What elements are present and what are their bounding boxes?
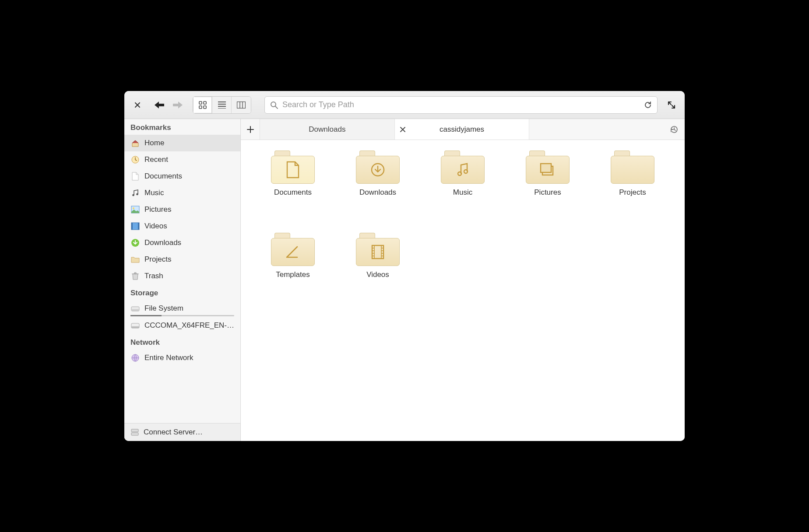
tab-label: cassidyjames bbox=[440, 125, 484, 134]
tab-bar: Downloads cassidyjames bbox=[241, 119, 685, 140]
search-icon bbox=[270, 101, 278, 109]
home-icon bbox=[130, 138, 140, 148]
storage-usage-bar bbox=[130, 315, 234, 316]
sidebar-item-videos[interactable]: Videos bbox=[124, 218, 240, 234]
view-mode-toggle bbox=[193, 96, 251, 114]
svg-rect-20 bbox=[131, 429, 138, 432]
sidebar-item-label: Home bbox=[144, 139, 164, 147]
drive-icon bbox=[130, 304, 140, 313]
folder-projects[interactable]: Projects bbox=[591, 150, 674, 225]
sidebar: Bookmarks Home Recent Documents bbox=[124, 119, 241, 441]
folder-label: Downloads bbox=[359, 188, 396, 197]
svg-rect-1 bbox=[204, 102, 206, 104]
folder-pictures[interactable]: Pictures bbox=[506, 150, 589, 225]
folder-label: Documents bbox=[274, 188, 312, 197]
sidebar-item-label: Music bbox=[144, 189, 164, 197]
folder-icon bbox=[441, 150, 485, 184]
sidebar-item-downloads[interactable]: Downloads bbox=[124, 234, 240, 251]
folder-icon bbox=[611, 150, 654, 184]
sidebar-item-external-drive[interactable]: CCCOMA_X64FRE_EN-… bbox=[124, 317, 240, 334]
svg-rect-21 bbox=[131, 433, 138, 435]
sidebar-item-label: CCCOMA_X64FRE_EN-… bbox=[144, 321, 234, 330]
sidebar-item-documents[interactable]: Documents bbox=[124, 168, 240, 185]
file-manager-window: Bookmarks Home Recent Documents bbox=[124, 91, 685, 441]
folder-downloads[interactable]: Downloads bbox=[336, 150, 419, 225]
folder-documents[interactable]: Documents bbox=[251, 150, 334, 225]
back-button[interactable] bbox=[151, 97, 167, 113]
sidebar-footer-label: Connect Server… bbox=[144, 428, 203, 437]
svg-rect-26 bbox=[541, 164, 551, 172]
forward-button[interactable] bbox=[170, 97, 186, 113]
folder-videos[interactable]: Videos bbox=[336, 233, 419, 307]
search-bar[interactable] bbox=[264, 96, 658, 114]
sidebar-item-label: File System bbox=[144, 304, 183, 313]
sidebar-item-label: Recent bbox=[144, 155, 168, 164]
tab-label: Downloads bbox=[309, 125, 345, 134]
search-input[interactable] bbox=[282, 100, 640, 109]
sidebar-item-label: Videos bbox=[144, 222, 167, 231]
folder-label: Projects bbox=[619, 188, 646, 197]
toolbar bbox=[124, 91, 685, 119]
folder-icon bbox=[526, 150, 570, 184]
folder-templates[interactable]: Templates bbox=[251, 233, 334, 307]
sidebar-item-projects[interactable]: Projects bbox=[124, 251, 240, 268]
new-tab-button[interactable] bbox=[241, 119, 260, 140]
view-icons-button[interactable] bbox=[193, 97, 212, 113]
recent-icon bbox=[130, 155, 140, 164]
svg-rect-3 bbox=[204, 106, 206, 108]
svg-rect-2 bbox=[199, 106, 202, 108]
history-button[interactable] bbox=[664, 119, 685, 140]
videos-icon bbox=[130, 221, 140, 231]
tab-cassidyjames[interactable]: cassidyjames bbox=[395, 119, 530, 140]
sidebar-item-label: Trash bbox=[144, 272, 163, 280]
sidebar-section-storage: Storage bbox=[124, 284, 240, 300]
tab-close-button[interactable] bbox=[400, 127, 405, 132]
folder-icon bbox=[356, 233, 400, 266]
trash-icon bbox=[130, 271, 140, 281]
sidebar-item-label: Entire Network bbox=[144, 354, 193, 362]
downloads-icon bbox=[130, 238, 140, 248]
svg-rect-28 bbox=[372, 245, 374, 259]
sidebar-item-entire-network[interactable]: Entire Network bbox=[124, 350, 240, 366]
svg-point-7 bbox=[132, 194, 134, 196]
sidebar-item-home[interactable]: Home bbox=[124, 135, 240, 151]
pictures-icon bbox=[130, 205, 140, 214]
folder-label: Music bbox=[453, 188, 472, 197]
sidebar-item-music[interactable]: Music bbox=[124, 185, 240, 201]
svg-rect-13 bbox=[138, 223, 139, 230]
folder-icon bbox=[271, 233, 315, 266]
folder-label: Templates bbox=[276, 270, 310, 279]
sidebar-item-pictures[interactable]: Pictures bbox=[124, 201, 240, 218]
server-icon bbox=[130, 428, 139, 437]
sidebar-section-bookmarks: Bookmarks bbox=[124, 119, 240, 135]
svg-rect-4 bbox=[237, 102, 246, 108]
view-list-button[interactable] bbox=[212, 97, 232, 113]
svg-point-23 bbox=[458, 172, 461, 175]
refresh-button[interactable] bbox=[644, 101, 652, 109]
svg-rect-12 bbox=[131, 223, 133, 230]
content-area: Downloads cassidyjames bbox=[241, 119, 685, 441]
sidebar-section-network: Network bbox=[124, 334, 240, 350]
sidebar-item-trash[interactable]: Trash bbox=[124, 268, 240, 284]
documents-icon bbox=[130, 172, 140, 181]
close-button[interactable] bbox=[130, 97, 145, 113]
disc-drive-icon bbox=[130, 321, 140, 330]
folder-music[interactable]: Music bbox=[421, 150, 504, 225]
svg-point-24 bbox=[464, 170, 468, 173]
folder-label: Pictures bbox=[534, 188, 561, 197]
folder-grid[interactable]: Documents Downloads Music bbox=[241, 140, 685, 441]
view-columns-button[interactable] bbox=[232, 97, 251, 113]
sidebar-item-filesystem[interactable]: File System bbox=[124, 300, 240, 315]
folder-icon bbox=[130, 255, 140, 264]
network-icon bbox=[130, 353, 140, 363]
tab-downloads[interactable]: Downloads bbox=[260, 119, 395, 140]
folder-icon bbox=[356, 150, 400, 184]
svg-rect-27 bbox=[372, 245, 383, 259]
sidebar-item-label: Documents bbox=[144, 172, 182, 181]
sidebar-item-recent[interactable]: Recent bbox=[124, 151, 240, 168]
maximize-button[interactable] bbox=[664, 101, 679, 109]
sidebar-item-label: Pictures bbox=[144, 205, 171, 214]
svg-rect-16 bbox=[131, 309, 139, 311]
sidebar-item-label: Projects bbox=[144, 255, 171, 264]
connect-server-button[interactable]: Connect Server… bbox=[124, 423, 240, 441]
